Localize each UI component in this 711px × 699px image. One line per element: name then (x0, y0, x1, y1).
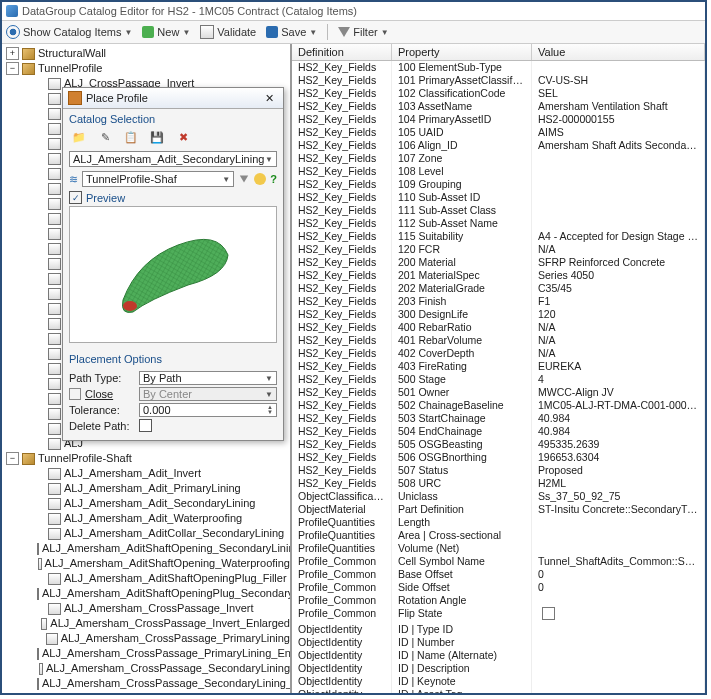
grid-row[interactable]: HS2_Key_Fields506 OSGBnorthing196653.630… (292, 451, 705, 464)
cell-value[interactable] (532, 191, 705, 204)
grid-row[interactable]: HS2_Key_Fields104 PrimaryAssetIDHS2-0000… (292, 113, 705, 126)
tree-node-structuralwall[interactable]: + StructuralWall (6, 46, 290, 61)
cell-value[interactable]: Proposed (532, 464, 705, 477)
cell-value[interactable] (532, 594, 705, 607)
col-definition[interactable]: Definition (292, 44, 392, 60)
dialog-titlebar[interactable]: Place Profile ✕ (63, 88, 283, 109)
grid-row[interactable]: HS2_Key_Fields502 ChainageBaseline1MC05-… (292, 399, 705, 412)
cell-value[interactable]: SEL (532, 87, 705, 100)
cell-value[interactable] (532, 636, 705, 649)
tree-node-tunnelprofile[interactable]: − TunnelProfile (6, 61, 290, 76)
grid-row[interactable]: ObjectIdentityID | Name (Alternate) (292, 649, 705, 662)
grid-row[interactable]: HS2_Key_Fields111 Sub-Asset Class (292, 204, 705, 217)
grid-row[interactable]: HS2_Key_Fields100 ElementSub-Type (292, 61, 705, 74)
tree-item[interactable]: ALJ_Amersham_CrossPassage_PrimaryLining (6, 631, 290, 646)
tree-item[interactable]: ALJ_Amersham_CrossPassage_Invert (6, 601, 290, 616)
grid-row[interactable]: HS2_Key_Fields109 Grouping (292, 178, 705, 191)
tree-item[interactable]: ALJ_Amersham_Adit_PrimaryLining (6, 481, 290, 496)
grid-row[interactable]: ObjectIdentityID | Asset Tag (292, 688, 705, 693)
grid-row[interactable]: HS2_Key_Fields508 URCH2ML (292, 477, 705, 490)
grid-row[interactable]: HS2_Key_Fields202 MaterialGradeC35/45 (292, 282, 705, 295)
cell-value[interactable]: A4 - Accepted for Design Stage Gate (532, 230, 705, 243)
grid-row[interactable]: HS2_Key_Fields203 FinishF1 (292, 295, 705, 308)
tree-item[interactable]: ALJ_Amersham_CrossPassage_SecondaryLinin… (6, 661, 290, 676)
grid-row[interactable]: ProfileQuantitiesVolume (Net) (292, 542, 705, 555)
cell-value[interactable]: 0 (532, 581, 705, 594)
grid-row[interactable]: HS2_Key_Fields505 OSGBeasting495335.2639 (292, 438, 705, 451)
catalog-copy-icon[interactable]: 📋 (121, 127, 141, 147)
grid-row[interactable]: HS2_Key_Fields108 Level (292, 165, 705, 178)
col-value[interactable]: Value (532, 44, 705, 60)
funnel-icon[interactable] (240, 176, 248, 183)
grid-row[interactable]: HS2_Key_Fields107 Zone (292, 152, 705, 165)
cell-value[interactable]: H2ML (532, 477, 705, 490)
cell-value[interactable] (532, 623, 705, 636)
grid-row[interactable]: HS2_Key_Fields501 OwnerMWCC-Align JV (292, 386, 705, 399)
tree-item[interactable]: ALJ_Amersham_AditShaftOpeningPlug_Second… (6, 586, 290, 601)
grid-row[interactable]: HS2_Key_Fields115 SuitabilityA4 - Accept… (292, 230, 705, 243)
cell-value[interactable]: 4 (532, 373, 705, 386)
cell-value[interactable] (532, 178, 705, 191)
cell-value[interactable]: Tunnel_ShaftAdits_Common::Shaft_Adit_SL (532, 555, 705, 568)
cell-value[interactable]: 120 (532, 308, 705, 321)
grid-row[interactable]: ObjectMaterialPart DefinitionST-Insitu C… (292, 503, 705, 516)
grid-row[interactable]: HS2_Key_Fields102 ClassificationCodeSEL (292, 87, 705, 100)
grid-row[interactable]: HS2_Key_Fields401 RebarVolumeN/A (292, 334, 705, 347)
new-button[interactable]: New ▼ (142, 26, 190, 38)
tree-item[interactable]: ALJ_Amersham_Adit_SecondaryLining (6, 496, 290, 511)
grid-row[interactable]: Profile_CommonCell Symbol NameTunnel_Sha… (292, 555, 705, 568)
grid-row[interactable]: Profile_CommonRotation Angle (292, 594, 705, 607)
cell-value[interactable]: Amersham Shaft Adits Secondary Lining (532, 139, 705, 152)
tree-item[interactable]: ALJ_Amersham_CrossPassage_Waterproofing (6, 691, 290, 693)
grid-row[interactable]: HS2_Key_Fields112 Sub-Asset Name (292, 217, 705, 230)
grid-row[interactable]: ProfileQuantitiesLength (292, 516, 705, 529)
cell-value[interactable]: ST-Insitu Concrete::SecondaryTunnelLinin… (532, 503, 705, 516)
preview-checkbox[interactable]: ✓ Preview (69, 191, 277, 204)
cell-value[interactable]: Series 4050 (532, 269, 705, 282)
grid-row[interactable]: HS2_Key_Fields400 RebarRatioN/A (292, 321, 705, 334)
grid-row[interactable]: ObjectIdentityID | Number (292, 636, 705, 649)
grid-row[interactable]: Profile_CommonSide Offset0 (292, 581, 705, 594)
cell-value[interactable] (532, 204, 705, 217)
show-catalog-items-button[interactable]: Show Catalog Items ▼ (6, 25, 132, 39)
cell-value[interactable]: HS2-000000155 (532, 113, 705, 126)
cell-value[interactable]: C35/45 (532, 282, 705, 295)
cell-value[interactable]: 196653.6304 (532, 451, 705, 464)
cell-value[interactable]: Amersham Ventilation Shaft (532, 100, 705, 113)
cell-value[interactable]: SFRP Reinforced Concrete (532, 256, 705, 269)
grid-row[interactable]: HS2_Key_Fields402 CoverDepthN/A (292, 347, 705, 360)
cell-value[interactable] (532, 165, 705, 178)
cell-value[interactable]: Ss_37_50_92_75 (532, 490, 705, 503)
profile-type-combo[interactable]: TunnelProfile-Shaf ▼ (82, 171, 234, 187)
grid-row[interactable]: ObjectIdentityID | Description (292, 662, 705, 675)
cell-value[interactable] (532, 516, 705, 529)
cell-value[interactable] (532, 152, 705, 165)
tree-item[interactable]: ALJ_Amersham_CrossPassage_Invert_Enlarge… (6, 616, 290, 631)
checkbox-icon[interactable] (542, 607, 555, 620)
cell-value[interactable]: 40.984 (532, 412, 705, 425)
cell-value[interactable]: 495335.2639 (532, 438, 705, 451)
cell-value[interactable]: 0 (532, 568, 705, 581)
cell-value[interactable] (532, 61, 705, 74)
grid-row[interactable]: HS2_Key_Fields110 Sub-Asset ID (292, 191, 705, 204)
catalog-delete-icon[interactable]: ✖ (173, 127, 193, 147)
cell-value[interactable]: F1 (532, 295, 705, 308)
cell-value[interactable]: EUREKA (532, 360, 705, 373)
grid-row[interactable]: HS2_Key_Fields106 Align_IDAmersham Shaft… (292, 139, 705, 152)
grid-row[interactable]: ObjectClassificationUniclassSs_37_50_92_… (292, 490, 705, 503)
grid-row[interactable]: Profile_CommonBase Offset0 (292, 568, 705, 581)
grid-row[interactable]: ObjectIdentityID | Type ID (292, 623, 705, 636)
grid-row[interactable]: HS2_Key_Fields101 PrimaryAssetClassifica… (292, 74, 705, 87)
grid-row[interactable]: Profile_CommonFlip State (292, 607, 705, 623)
grid-row[interactable]: HS2_Key_Fields403 FireRatingEUREKA (292, 360, 705, 373)
properties-grid[interactable]: Definition Property Value HS2_Key_Fields… (292, 44, 705, 693)
cell-value[interactable] (532, 688, 705, 693)
cell-value[interactable] (532, 649, 705, 662)
tree-item[interactable]: ALJ_Amersham_CrossPassage_SecondaryLinin… (6, 676, 290, 691)
grid-row[interactable]: HS2_Key_Fields103 AssetNameAmersham Vent… (292, 100, 705, 113)
cell-value[interactable]: 40.984 (532, 425, 705, 438)
tolerance-input[interactable]: 0.000 ▲▼ (139, 403, 277, 417)
cell-value[interactable]: N/A (532, 347, 705, 360)
cell-value[interactable]: AIMS (532, 126, 705, 139)
cell-value[interactable] (532, 542, 705, 555)
